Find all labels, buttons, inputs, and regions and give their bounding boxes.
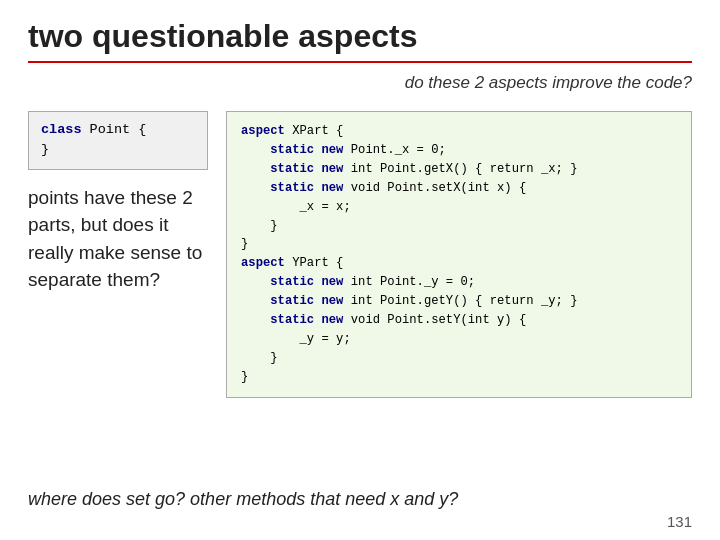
- aspect-code-box: aspect XPart { static new Point._x = 0; …: [226, 111, 692, 398]
- description-text: points have these 2 parts, but does it r…: [28, 184, 208, 294]
- slide: two questionable aspects do these 2 aspe…: [0, 0, 720, 540]
- page-number: 131: [667, 513, 692, 530]
- class-point-box: class Point {}: [28, 111, 208, 170]
- right-panel: aspect XPart { static new Point._x = 0; …: [226, 111, 692, 398]
- content-area: class Point {} points have these 2 parts…: [28, 111, 692, 398]
- bottom-question: where does set go? other methods that ne…: [28, 489, 692, 510]
- left-panel: class Point {} points have these 2 parts…: [28, 111, 208, 294]
- slide-subtitle: do these 2 aspects improve the code?: [28, 73, 692, 93]
- slide-title: two questionable aspects: [28, 18, 692, 63]
- class-keyword: class: [41, 122, 82, 137]
